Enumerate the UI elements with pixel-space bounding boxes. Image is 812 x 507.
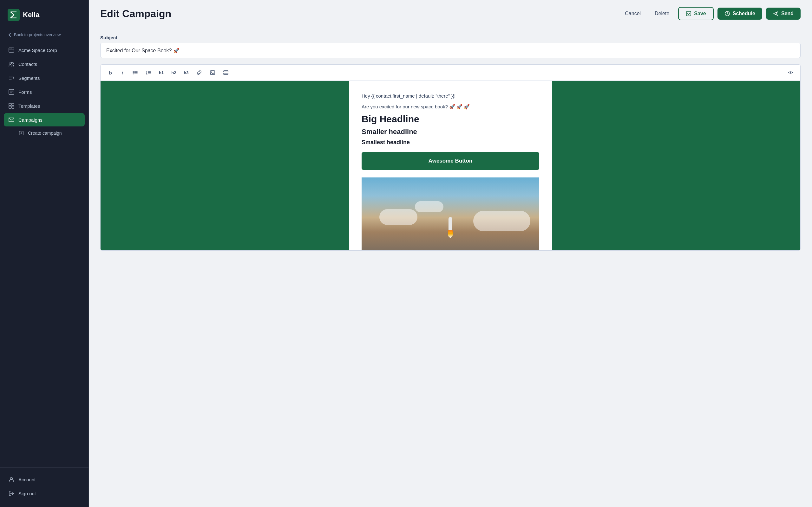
svg-marker-6 xyxy=(13,77,14,78)
account-icon xyxy=(8,476,14,483)
block-icon xyxy=(223,70,229,75)
app-name: Keila xyxy=(23,11,40,19)
svg-rect-24 xyxy=(223,71,228,72)
svg-point-16 xyxy=(133,71,134,72)
cloud3 xyxy=(415,201,444,212)
svg-rect-25 xyxy=(223,73,228,74)
email-preview-area: Hey {{ contact.first_name | default: "th… xyxy=(101,81,800,250)
svg-point-18 xyxy=(133,73,134,74)
svg-text:3.: 3. xyxy=(146,73,148,75)
h1-button[interactable]: h1 xyxy=(156,67,167,78)
ol-icon: 1. 2. 3. xyxy=(146,70,151,75)
link-button[interactable] xyxy=(193,67,205,78)
svg-rect-9 xyxy=(12,103,14,106)
page-header: Edit Campaign Cancel Delete Save Schedul… xyxy=(89,0,812,27)
sidebar-item-signout[interactable]: Sign out xyxy=(4,487,85,500)
schedule-button[interactable]: Schedule xyxy=(717,8,762,20)
svg-point-2 xyxy=(10,48,10,49)
sidebar-item-acme[interactable]: Acme Space Corp xyxy=(4,43,85,57)
svg-point-3 xyxy=(11,48,11,49)
nav-section: Acme Space Corp Contacts Segments xyxy=(0,43,89,467)
sidebar-item-segments[interactable]: Segments xyxy=(4,71,85,84)
create-campaign-icon xyxy=(18,130,24,136)
block-button[interactable] xyxy=(220,67,232,78)
delete-button[interactable]: Delete xyxy=(650,8,674,20)
save-icon xyxy=(686,11,692,16)
email-small-headline: Smallest headline xyxy=(362,139,539,146)
save-button[interactable]: Save xyxy=(678,7,713,20)
sidebar-item-account[interactable]: Account xyxy=(4,473,85,486)
editor-toolbar: b i 1. 2. 3. xyxy=(101,65,800,81)
svg-rect-8 xyxy=(9,103,11,106)
link-icon xyxy=(196,70,202,75)
back-to-projects[interactable]: Back to projects overview xyxy=(0,30,89,43)
email-line2: Are you excited for our new space book? … xyxy=(362,103,539,111)
email-cta-button[interactable]: Awesome Button xyxy=(362,152,539,170)
ordered-list-button[interactable]: 1. 2. 3. xyxy=(142,67,154,78)
email-button-wrapper: Awesome Button xyxy=(362,152,539,170)
cloud2 xyxy=(473,211,530,231)
subject-label: Subject xyxy=(100,35,801,40)
svg-point-4 xyxy=(10,62,12,64)
sidebar-item-create-campaign[interactable]: Create campaign xyxy=(4,127,85,139)
sidebar: Keila Back to projects overview Acme Spa… xyxy=(0,0,89,507)
signout-icon xyxy=(8,490,14,497)
keila-logo-icon xyxy=(8,9,20,21)
project-icon xyxy=(8,47,14,53)
cancel-button[interactable]: Cancel xyxy=(620,8,646,20)
code-button[interactable]: </> xyxy=(785,67,796,78)
svg-point-23 xyxy=(211,72,212,72)
subject-input[interactable] xyxy=(100,43,801,58)
sidebar-item-templates[interactable]: Templates xyxy=(4,99,85,112)
main-area: Edit Campaign Cancel Delete Save Schedul… xyxy=(89,0,812,507)
send-icon xyxy=(773,11,779,16)
email-body: Hey {{ contact.first_name | default: "th… xyxy=(349,81,552,250)
cloud1 xyxy=(379,209,417,225)
segments-icon xyxy=(8,75,14,81)
sidebar-item-contacts[interactable]: Contacts xyxy=(4,57,85,71)
sidebar-item-forms[interactable]: Forms xyxy=(4,85,85,99)
svg-rect-11 xyxy=(12,106,14,108)
italic-button[interactable]: i xyxy=(117,67,128,78)
ul-icon xyxy=(132,70,138,75)
logo-area[interactable]: Keila xyxy=(0,0,89,30)
email-image xyxy=(362,177,539,250)
forms-icon xyxy=(8,89,14,95)
editor-content: Subject b i 1. 2. xyxy=(89,27,812,507)
sidebar-bottom: Account Sign out xyxy=(0,467,89,507)
svg-point-17 xyxy=(133,72,134,73)
sidebar-item-campaigns[interactable]: Campaigns xyxy=(4,113,85,126)
h2-button[interactable]: h2 xyxy=(168,67,179,78)
h3-button[interactable]: h3 xyxy=(181,67,192,78)
svg-point-5 xyxy=(12,63,14,64)
email-headline: Big Headline xyxy=(362,114,539,124)
campaigns-icon xyxy=(8,117,14,123)
send-button[interactable]: Send xyxy=(766,8,801,20)
back-arrow-icon xyxy=(8,33,12,37)
schedule-icon xyxy=(724,11,730,16)
templates-icon xyxy=(8,103,14,109)
page-title: Edit Campaign xyxy=(100,8,171,20)
email-editor: b i 1. 2. 3. xyxy=(100,64,801,250)
email-subheadline: Smaller headline xyxy=(362,128,539,136)
rocket-illustration xyxy=(362,177,539,250)
contacts-icon xyxy=(8,61,14,67)
image-button[interactable] xyxy=(206,67,218,78)
bold-button[interactable]: b xyxy=(105,67,116,78)
svg-rect-10 xyxy=(9,106,11,108)
header-actions: Cancel Delete Save Schedule xyxy=(620,7,801,20)
rocket-flame xyxy=(448,230,453,238)
unordered-list-button[interactable] xyxy=(129,67,141,78)
image-icon xyxy=(210,70,215,75)
svg-rect-1 xyxy=(9,48,14,52)
email-line1: Hey {{ contact.first_name | default: "th… xyxy=(362,92,539,100)
